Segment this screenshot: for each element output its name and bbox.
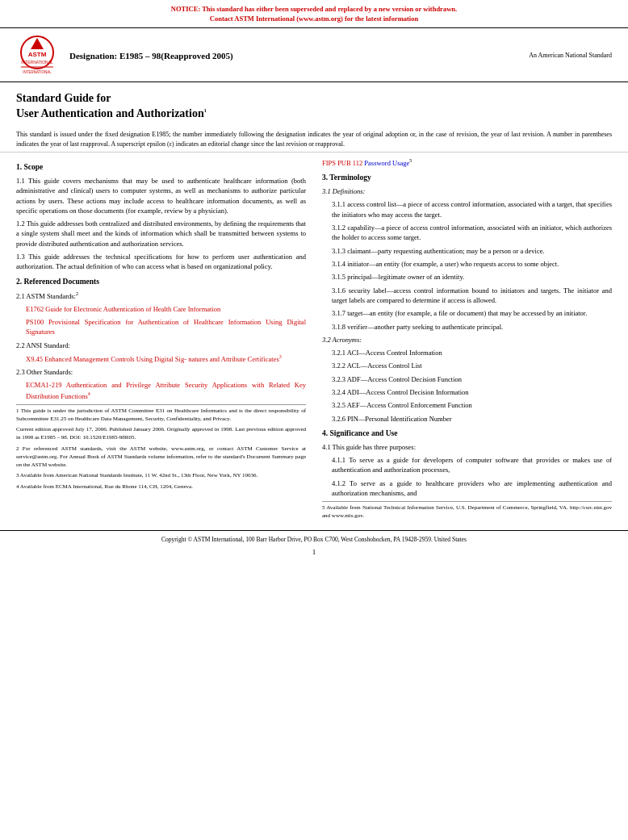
def-3-1-6: 3.1.6 security label—access control info… <box>332 286 612 306</box>
fips-link[interactable]: FIPS PUB 112 <box>322 159 362 167</box>
footnote-1b: Current edition approved July 17, 2006. … <box>16 426 306 442</box>
scope-p3: 1.3 This guide addresses the technical s… <box>16 252 306 272</box>
fips-entry: FIPS PUB 112 Password Usage5 <box>322 157 612 168</box>
x945-entry: X9.45 Enhanced Management Controls Using… <box>26 353 306 364</box>
american-national-standard: An American National Standard <box>529 52 612 59</box>
acr-3-2-3: 3.2.3 ADF—Access Control Decision Functi… <box>332 374 612 384</box>
svg-text:ASTM: ASTM <box>28 51 47 58</box>
x945-text1: Enhanced Management Controls Using Digit… <box>44 355 186 363</box>
ansi-label: 2.2 ANSI Standard: <box>16 341 306 350</box>
page-number: 1 <box>0 548 628 556</box>
significance-title: 4. Significance and Use <box>322 428 612 440</box>
notice-line2: Contact ASTM International (www.astm.org… <box>8 15 620 24</box>
ecma-entry: ECMA1-219 Authentication and Privilege A… <box>26 380 306 400</box>
footer-bar: Copyright © ASTM International, 100 Barr… <box>0 530 628 546</box>
notice-line1: NOTICE: This standard has either been su… <box>8 5 620 15</box>
american-standard-label: An American National Standard <box>529 52 612 59</box>
acr-3-2-5: 3.2.5 AEF—Access Control Enforcement Fun… <box>332 400 612 410</box>
svg-text:INTERNATIONAL: INTERNATIONAL <box>21 60 53 65</box>
sig-p3: 4.1.2 To serve as a guide to healthcare … <box>332 479 612 499</box>
footnote-1: 1 This guide is under the jurisdiction o… <box>16 407 306 424</box>
def-3-1-7: 3.1.7 target—an entity (for example, a f… <box>332 308 612 318</box>
astm-logo: ASTM INTERNATIONAL INTERNATIONAL <box>16 35 58 77</box>
scope-section-title: 1. Scope <box>16 162 306 173</box>
astm-standards-label: 2.1 ASTM Standards:2 <box>16 290 306 301</box>
x945-text2: natures and Attribute Certificates <box>188 355 279 363</box>
sig-p1: 4.1 This guide has three purposes: <box>322 442 612 452</box>
def-3-1-4: 3.1.4 initiator—an entity (for example, … <box>332 259 612 269</box>
ref-docs-title: 2. Referenced Documents <box>16 277 306 288</box>
acr-3-2-2: 3.2.2 ACL—Access Control List <box>332 361 612 370</box>
def-label: 3.1 Definitions: <box>322 186 612 196</box>
footnote-4: 4 Available from ECMA International, Rue… <box>16 483 306 491</box>
acr-3-2-6: 3.2.6 PIN—Personal Identification Number <box>332 414 612 424</box>
def-3-1-1: 3.1.1 access control list—a piece of acc… <box>332 199 612 219</box>
footnote-5: 5 Available from National Technical Info… <box>322 504 612 520</box>
svg-marker-1 <box>31 38 44 49</box>
e1762-link[interactable]: E1762 <box>26 305 44 313</box>
ecma-text: Authentication and Privilege Attribute S… <box>26 381 306 399</box>
e1762-entry: E1762 Guide for Electronic Authenticatio… <box>26 304 306 314</box>
title-section: Standard Guide for User Authentication a… <box>0 82 628 125</box>
designation-text: Designation: E1985 – 98(Reapproved 2005) <box>69 51 233 61</box>
notice-bar: NOTICE: This standard has either been su… <box>0 0 628 27</box>
two-column-content: 1. Scope 1.1 This guide covers mechanism… <box>0 153 628 524</box>
left-column: 1. Scope 1.1 This guide covers mechanism… <box>16 157 314 524</box>
ps100-link[interactable]: PS100 <box>26 318 44 326</box>
footnote-3: 3 Available from American National Stand… <box>16 472 306 480</box>
intro-paragraph: This standard is issued under the fixed … <box>0 125 628 153</box>
header-designation: Designation: E1985 – 98(Reapproved 2005) <box>69 51 233 61</box>
x945-link[interactable]: X9.45 <box>26 355 43 363</box>
document-title: Standard Guide for User Authentication a… <box>16 90 612 122</box>
footnote-area: 1 This guide is under the jurisdiction o… <box>16 404 306 491</box>
right-column: FIPS PUB 112 Password Usage5 3. Terminol… <box>314 157 612 524</box>
def-3-1-5: 3.1.5 principal—legitimate owner of an i… <box>332 272 612 282</box>
def-3-1-2: 3.1.2 capability—a piece of access contr… <box>332 223 612 243</box>
ps100-text: Provisional Specification for Authentica… <box>26 318 306 336</box>
right-footnote-area: 5 Available from National Technical Info… <box>322 501 612 520</box>
other-standards-label: 2.3 Other Standards: <box>16 367 306 377</box>
ps100-entry: PS100 Provisional Specification for Auth… <box>26 317 306 337</box>
scope-p2: 1.2 This guide addresses both centralize… <box>16 219 306 249</box>
def-3-1-3: 3.1.3 claimant—party requesting authenti… <box>332 246 612 256</box>
terminology-title: 3. Terminology <box>322 173 612 184</box>
acr-3-2-1: 3.2.1 ACI—Access Control Information <box>332 348 612 357</box>
fips-text: Password Usage <box>364 159 409 167</box>
copyright-text: Copyright © ASTM International, 100 Barr… <box>161 536 467 543</box>
sig-p2: 4.1.1 To serve as a guide for developers… <box>332 455 612 475</box>
document-header: ASTM INTERNATIONAL INTERNATIONAL Designa… <box>0 27 628 82</box>
e1762-text: Guide for Electronic Authentication of H… <box>45 305 220 313</box>
scope-p1: 1.1 This guide covers mechanisms that ma… <box>16 176 306 215</box>
acronyms-label: 3.2 Acronyms: <box>322 335 612 345</box>
def-3-1-8: 3.1.8 verifier—another party seeking to … <box>332 322 612 332</box>
footnote-2: 2 For referenced ASTM standards, visit t… <box>16 445 306 469</box>
ecma-link[interactable]: ECMA1-219 <box>26 381 61 389</box>
acr-3-2-4: 3.2.4 ADI—Access Control Decision Inform… <box>332 387 612 397</box>
svg-text:INTERNATIONAL: INTERNATIONAL <box>23 70 52 74</box>
